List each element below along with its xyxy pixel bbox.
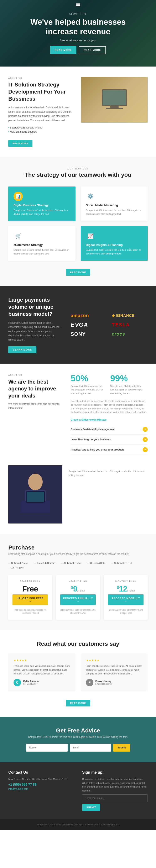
feature-item-0[interactable]: Business Sustainability Management +: [71, 424, 148, 435]
testimonials-read-more-btn[interactable]: Read More: [66, 700, 90, 707]
feature-unlimited-data: Unlimited Data: [87, 562, 105, 564]
testimonial-card-1: ★★★★★ Proin sed libero sem vel facilisis…: [81, 653, 148, 691]
service-icon-0: 📊: [13, 192, 23, 201]
cta-submit-btn[interactable]: Submit: [113, 744, 130, 751]
stat-number-0: 50%: [71, 374, 104, 383]
cta-name-input[interactable]: [26, 744, 68, 751]
stat-number-1: 99%: [110, 374, 144, 383]
feature-item-2[interactable]: Practical tips to help you grow your pro…: [71, 445, 148, 455]
hero-btn2[interactable]: Read More: [79, 46, 106, 54]
cta-form: Submit: [26, 744, 130, 751]
hero-content: About Tips We've helped businesses incre…: [22, 8, 134, 58]
agency-image-section: Sample text. Click to select the text bo…: [0, 465, 156, 534]
cta-email-input[interactable]: [70, 744, 111, 751]
hamburger-menu[interactable]: [76, 3, 80, 6]
svg-rect-2: [110, 106, 119, 108]
feature-list: Business Sustainability Management + Lea…: [71, 424, 148, 455]
stat-item-0: 50% Sample text. Click to select the tex…: [71, 374, 104, 396]
author-info-0: Celia Almeda ITP Company: [23, 680, 39, 685]
footer-contact: Contact Us New York, 4140 Parker Rd. Alb…: [8, 770, 74, 811]
about-section: About Us IT Solution Strategy Developmen…: [0, 66, 156, 157]
testimonials-section: Read what our customers say ★★★★★ Proin …: [0, 630, 156, 717]
partners-learn-btn[interactable]: Learn More: [8, 346, 36, 353]
footer-bottom: Sample text. Click to select the text bo…: [0, 819, 156, 830]
footer-phone[interactable]: +1 (555) 556 77 89: [8, 783, 74, 786]
agency-image-inner: [8, 465, 62, 524]
hamburger-line-3: [76, 5, 80, 6]
hero-btn1[interactable]: Read More: [50, 46, 76, 54]
agency-extra-desc: Sample text. Click to select the text bo…: [69, 469, 148, 477]
about-title: IT Solution Strategy Development For You…: [8, 81, 75, 102]
agency-left: About Us We are the best agency to impro…: [8, 374, 62, 455]
hamburger-line-1: [76, 3, 80, 3]
pricing-card-monthly: Monthly Plan $12/month Proceed Monthly →…: [104, 575, 148, 620]
author-role-0: ITP Company: [23, 683, 39, 685]
proceed-annually-btn[interactable]: Proceed Annually →: [60, 594, 96, 605]
logo-crocs: crocs: [112, 332, 148, 337]
yearly-currency: $: [71, 585, 73, 590]
service-card-3[interactable]: 📈 Digital Insights & Planning Sample tex…: [81, 226, 148, 261]
create-slideshow-link[interactable]: Create a Slideshow in Minutes: [71, 418, 148, 421]
about-image: [81, 77, 148, 123]
stat-item-1: 99% Sample text. Click to select the tex…: [110, 374, 144, 396]
stats-row: 50% Sample text. Click to select the tex…: [71, 374, 148, 396]
footer-email-input[interactable]: [82, 795, 148, 802]
cta-title: Get Free Advice: [8, 727, 148, 734]
logo-binance: ◈ BINANCE: [112, 313, 148, 318]
pricing-label-monthly: Monthly Plan: [108, 580, 144, 583]
upload-free-btn[interactable]: Upload For Free →: [12, 594, 48, 605]
hero-title: We've helped businesses increase revenue: [26, 18, 130, 36]
pricing-note-starter: Free static app agency included No credi…: [12, 608, 48, 615]
agency-section: About Us We are the best agency to impro…: [0, 364, 156, 465]
agency-image-box: [8, 465, 62, 524]
services-section: Our Services The strategy of our teamwor…: [0, 157, 156, 286]
service-card-1[interactable]: ⚙️ Social Media Marketing Sample text. C…: [81, 186, 148, 221]
service-card-2[interactable]: 🛒 eCommerce Strategy Sample text. Click …: [8, 226, 75, 261]
svg-rect-3: [106, 108, 123, 109]
purchase-desc: Start using static.app as a hosting for …: [8, 553, 148, 556]
svg-rect-1: [103, 90, 126, 105]
service-card-0[interactable]: 📊 Digital Business Strategy Sample text.…: [8, 186, 75, 221]
partners-title: Large payments volume or unique business…: [8, 297, 62, 317]
testimonial-text-0: Proin sed libero sem vel facilisis turpi…: [13, 664, 70, 676]
agency-title: We are the best agency to improve your d…: [8, 378, 62, 399]
testimonial-author-0: C Celia Almeda ITP Company: [13, 679, 70, 686]
feature-unlimited-pages: Unlimited Pages: [8, 562, 28, 564]
author-avatar-1: F: [86, 679, 93, 686]
feature-label-0: Business Sustainability Management: [71, 428, 115, 431]
logo-tesla: TESLA: [112, 322, 148, 328]
footer-signup: Sign me up! Duis aute irure dolor in rep…: [82, 770, 148, 811]
feature-icon-2: +: [143, 447, 148, 452]
features-list-inline: Unlimited Pages Free Sub-Domain Unlimite…: [8, 562, 148, 569]
pricing-card-starter: Starter Plan Free Upload For Free → Free…: [8, 575, 52, 620]
svg-point-5: [28, 474, 43, 490]
testimonial-rating-0: ★★★★★: [13, 659, 70, 662]
agency-extra-text: Sample text. Click to select the text bo…: [69, 465, 148, 524]
about-read-more-btn[interactable]: Read More: [8, 140, 32, 147]
feature-free-subdomain: Free Sub-Domain: [34, 562, 55, 564]
footer-address: New York, 4140 Parker Rd. Albertown, New…: [8, 777, 74, 781]
testimonial-rating-1: ★★★★★: [86, 659, 143, 662]
footer-submit-btn[interactable]: Submit: [82, 804, 100, 811]
service-title-2: eCommerce Strategy: [13, 243, 70, 247]
testimonial-author-1: F Frank Kinney Financial Scientist: [86, 679, 143, 686]
service-title-3: Digital Insights & Planning: [86, 243, 143, 247]
feature-item-1[interactable]: Learn How to grow your business +: [71, 435, 148, 445]
author-avatar-0: C: [13, 679, 21, 686]
partners-section: Large payments volume or unique business…: [0, 286, 156, 364]
testimonial-card-0: ★★★★★ Proin sed libero sem vel facilisis…: [8, 653, 75, 691]
person-illustration: [8, 465, 62, 524]
footer-email[interactable]: info@sample.com: [8, 787, 74, 790]
agency-desc: We work directly for our clients and put…: [8, 402, 62, 410]
services-read-more-btn[interactable]: Read More: [66, 269, 90, 276]
hamburger-line-2: [76, 4, 80, 5]
pricing-card-yearly: Yearly Plan $9/month Proceed Annually → …: [56, 575, 100, 620]
purchase-section: Purchase Start using static.app as a hos…: [0, 534, 156, 630]
feature-24-7-support: 24/7 Support: [8, 566, 24, 569]
agency-label: About Us: [8, 374, 62, 376]
author-name-0: Celia Almeda: [23, 680, 39, 683]
about-label: About Us: [8, 77, 75, 79]
proceed-monthly-btn[interactable]: Proceed Monthly →: [108, 594, 144, 605]
service-icon-3: 📈: [86, 231, 95, 241]
partners-logos: amazon ◈ BINANCE EVGA TESLA SONY crocs: [71, 313, 148, 337]
